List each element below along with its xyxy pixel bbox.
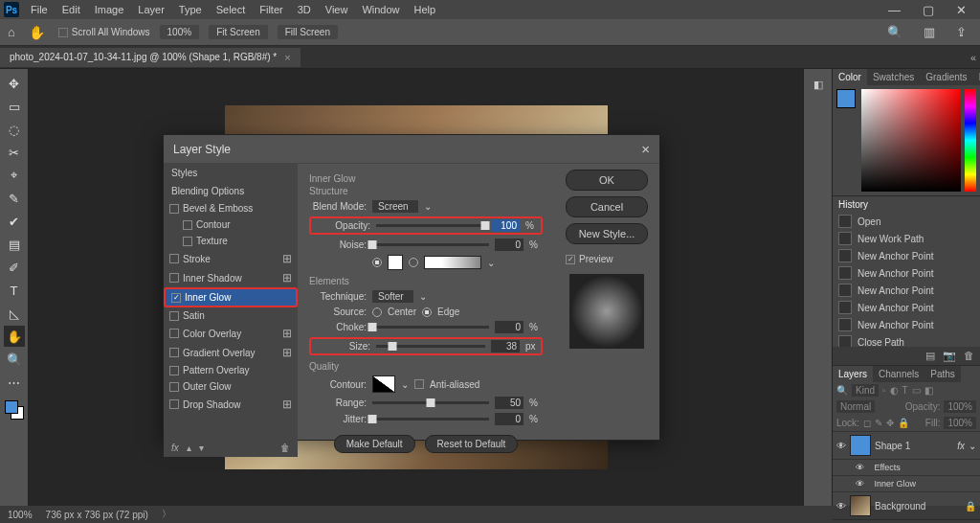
- history-item[interactable]: New Anchor Point: [833, 316, 980, 333]
- add-icon[interactable]: ⊞: [282, 327, 292, 340]
- minimize-button[interactable]: —: [879, 1, 910, 19]
- range-slider[interactable]: [372, 401, 489, 404]
- reset-default-button[interactable]: Reset to Default: [425, 435, 519, 453]
- visibility-icon[interactable]: 👁: [836, 441, 846, 451]
- foreground-background-swatches[interactable]: [5, 400, 24, 420]
- noise-value[interactable]: 0: [495, 239, 523, 251]
- document-tab[interactable]: photo_2024-01-07_10-34-11.jpg @ 100% (Sh…: [0, 48, 301, 67]
- contour-picker[interactable]: [372, 375, 395, 393]
- ok-button[interactable]: OK: [566, 170, 648, 191]
- size-slider[interactable]: [376, 345, 485, 348]
- noise-slider[interactable]: [372, 243, 489, 246]
- tool-hand[interactable]: ✋: [4, 326, 25, 347]
- down-icon[interactable]: ▾: [199, 443, 204, 453]
- history-item[interactable]: New Anchor Point: [833, 282, 980, 299]
- color-source-radio[interactable]: [372, 258, 382, 267]
- size-value[interactable]: 38: [491, 340, 520, 352]
- trash-icon[interactable]: 🗑: [964, 350, 974, 362]
- effect-inner-glow[interactable]: ✓Inner Glow: [164, 287, 298, 307]
- cancel-button[interactable]: Cancel: [566, 196, 648, 217]
- hue-slider[interactable]: [965, 89, 976, 192]
- scroll-all-windows-checkbox[interactable]: Scroll All Windows: [58, 27, 150, 37]
- make-default-button[interactable]: Make Default: [334, 435, 415, 453]
- technique-select[interactable]: Softer: [372, 290, 413, 303]
- menu-layer[interactable]: Layer: [131, 2, 171, 17]
- history-item[interactable]: New Anchor Point: [833, 299, 980, 316]
- menu-filter[interactable]: Filter: [253, 2, 289, 17]
- opacity-slider[interactable]: [376, 224, 485, 227]
- choke-slider[interactable]: [372, 326, 489, 329]
- layer-kind-filter[interactable]: Kind: [852, 384, 879, 397]
- opacity-value[interactable]: 100: [491, 219, 520, 232]
- tab-layers[interactable]: Layers: [833, 366, 873, 382]
- tool-type[interactable]: T: [4, 280, 25, 301]
- source-center-radio[interactable]: [372, 307, 382, 317]
- trash-icon[interactable]: 🗑: [280, 443, 290, 453]
- layer-thumbnail[interactable]: [850, 435, 871, 456]
- effect-contour[interactable]: Contour: [164, 216, 298, 233]
- menu-image[interactable]: Image: [88, 2, 131, 17]
- add-icon[interactable]: ⊞: [282, 252, 292, 265]
- gradient-source-radio[interactable]: [409, 258, 418, 267]
- visibility-icon[interactable]: 👁: [836, 501, 846, 512]
- panel-collapse-icon[interactable]: «: [969, 52, 978, 63]
- menu-help[interactable]: Help: [408, 2, 443, 17]
- layer-fill[interactable]: 100%: [944, 417, 976, 429]
- tool-marquee[interactable]: ▭: [4, 96, 25, 117]
- effect-drop-shadow[interactable]: Drop Shadow⊞: [164, 395, 298, 414]
- share-icon[interactable]: ⇪: [950, 23, 972, 41]
- jitter-value[interactable]: 0: [495, 413, 523, 425]
- workspace-icon[interactable]: ▥: [918, 23, 941, 41]
- history-item[interactable]: New Anchor Point: [833, 264, 980, 282]
- history-item[interactable]: Open: [833, 213, 980, 230]
- menu-edit[interactable]: Edit: [56, 2, 87, 17]
- dialog-close-icon[interactable]: ×: [641, 141, 650, 157]
- layer-effect-innerglow[interactable]: 👁 Inner Glow: [833, 475, 980, 491]
- tool-gradient[interactable]: ▤: [4, 234, 25, 255]
- close-button[interactable]: ✕: [947, 1, 976, 19]
- layer-row[interactable]: 👁 Background 🔒: [833, 491, 980, 519]
- status-zoom[interactable]: 100%: [8, 510, 33, 520]
- layer-row[interactable]: 👁 Shape 1 fx⌄: [833, 431, 980, 459]
- fit-screen-button[interactable]: Fit Screen: [209, 25, 268, 39]
- history-item[interactable]: New Work Path: [833, 230, 980, 247]
- tool-healing[interactable]: ✔: [4, 211, 25, 232]
- panel-fg-swatch[interactable]: [836, 89, 856, 108]
- fx-badge[interactable]: fx: [957, 441, 965, 451]
- effect-satin[interactable]: Satin: [164, 307, 298, 324]
- menu-select[interactable]: Select: [210, 2, 253, 17]
- tab-swatches[interactable]: Swatches: [867, 69, 920, 85]
- layer-opacity[interactable]: 100%: [944, 400, 976, 413]
- styles-header[interactable]: Styles: [164, 164, 298, 182]
- tab-channels[interactable]: Channels: [873, 366, 924, 382]
- up-icon[interactable]: ▴: [187, 443, 191, 453]
- jitter-slider[interactable]: [372, 418, 489, 421]
- effect-texture[interactable]: Texture: [164, 233, 298, 249]
- effect-color-overlay[interactable]: Color Overlay⊞: [164, 324, 298, 343]
- menu-3d[interactable]: 3D: [291, 2, 318, 17]
- choke-value[interactable]: 0: [495, 321, 523, 333]
- add-icon[interactable]: ⊞: [282, 346, 292, 359]
- menu-view[interactable]: View: [319, 2, 355, 17]
- add-icon[interactable]: ⊞: [282, 398, 292, 411]
- status-doc-info[interactable]: 736 px x 736 px (72 ppi): [46, 510, 148, 520]
- fx-menu-icon[interactable]: fx: [171, 443, 179, 453]
- effect-stroke[interactable]: Stroke⊞: [164, 249, 298, 268]
- tab-gradients[interactable]: Gradients: [920, 69, 972, 85]
- tool-path[interactable]: ◺: [4, 303, 25, 324]
- blending-options[interactable]: Blending Options: [164, 182, 298, 200]
- blend-mode-select[interactable]: Screen: [372, 200, 418, 213]
- source-edge-radio[interactable]: [422, 307, 432, 317]
- blend-mode-dropdown[interactable]: Normal: [836, 400, 875, 413]
- tool-lasso[interactable]: ◌: [4, 119, 25, 140]
- tool-eyedropper[interactable]: ⌖: [4, 165, 25, 186]
- camera-icon[interactable]: 📷: [943, 350, 956, 362]
- range-value[interactable]: 50: [495, 397, 523, 409]
- tool-pen[interactable]: ✐: [4, 257, 25, 278]
- foreground-color-swatch[interactable]: [5, 400, 18, 414]
- preview-checkbox[interactable]: ✓: [566, 255, 575, 264]
- glow-color-swatch[interactable]: [388, 255, 403, 270]
- new-style-button[interactable]: New Style...: [566, 223, 648, 244]
- tool-move[interactable]: ✥: [4, 73, 25, 94]
- effect-inner-shadow[interactable]: Inner Shadow⊞: [164, 268, 298, 287]
